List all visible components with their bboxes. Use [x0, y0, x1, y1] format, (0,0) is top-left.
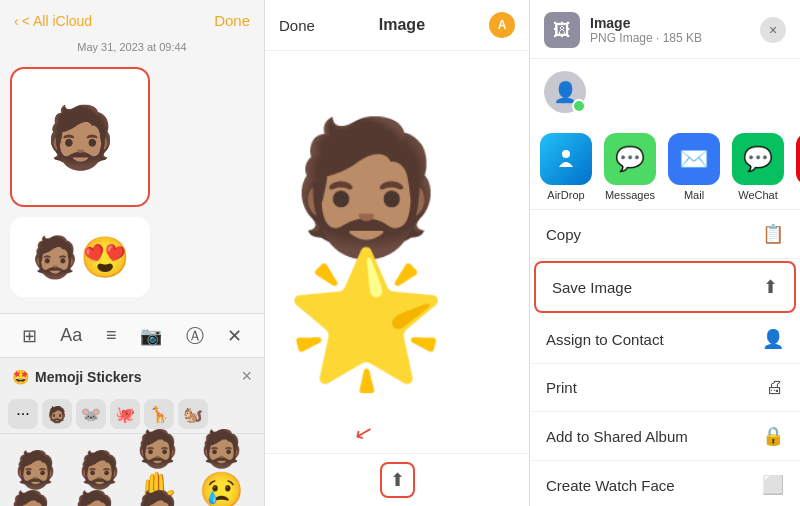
panel-share-sheet: 🖼 Image PNG Image · 185 KB × 👤 AirDrop 💬 [530, 0, 800, 506]
contact-online-badge [572, 99, 586, 113]
circle-a-button[interactable]: A [489, 12, 515, 38]
timestamp: May 31, 2023 at 09:44 [0, 41, 264, 53]
action-assign-contact[interactable]: Assign to Contact 👤 [530, 315, 800, 364]
image-container: 🧔🏽🌟 [265, 51, 529, 453]
wechat-label: WeChat [738, 189, 778, 201]
share-actions-list: Copy 📋 Save Image ⬆ Assign to Contact 👤 … [530, 210, 800, 506]
share-apps-row: AirDrop 💬 Messages ✉️ Mail 💬 WeChat N Ne… [530, 125, 800, 210]
sticker-title: 🤩 Memoji Stickers [12, 369, 142, 385]
sticker-tab-mouse[interactable]: 🐭 [76, 399, 106, 429]
sticker-tab-octopus[interactable]: 🐙 [110, 399, 140, 429]
action-print[interactable]: Print 🖨 [530, 364, 800, 412]
airdrop-icon [540, 133, 592, 185]
share-app-wechat[interactable]: 💬 WeChat [732, 133, 784, 201]
file-name: Image [590, 15, 702, 31]
message-bubble-selected[interactable]: 🧔🏽 [10, 67, 150, 207]
messages-label: Messages [605, 189, 655, 201]
message-toolbar: ⊞ Aa ≡ 📷 Ⓐ ✕ [0, 313, 264, 357]
file-info: 🖼 Image PNG Image · 185 KB [544, 12, 702, 48]
sticker-tab-face[interactable]: 🧔🏽 [42, 399, 72, 429]
share-header: 🖼 Image PNG Image · 185 KB × [530, 0, 800, 59]
svg-point-0 [562, 150, 570, 158]
watch-face-icon: ⬜ [762, 474, 784, 496]
print-label: Print [546, 379, 577, 396]
emoji-sticker-1: 🧔🏽 [12, 69, 148, 205]
sticker-emoji-icon: 🤩 [12, 369, 29, 385]
grid-icon[interactable]: ⊞ [22, 325, 37, 347]
messages-icon: 💬 [604, 133, 656, 185]
image-title: Image [379, 16, 425, 34]
close-toolbar-icon[interactable]: ✕ [227, 325, 242, 347]
action-shared-album[interactable]: Add to Shared Album 🔒 [530, 412, 800, 461]
text-icon[interactable]: Aa [60, 325, 82, 346]
print-icon: 🖨 [766, 377, 784, 398]
sticker-header: 🤩 Memoji Stickers × [0, 358, 264, 395]
contact-avatar: 👤 [544, 71, 586, 113]
sticker-item-4[interactable]: 🧔🏽😢 [199, 442, 254, 497]
action-save-image[interactable]: Save Image ⬆ [534, 261, 796, 313]
sticker-panel: 🤩 Memoji Stickers × ··· 🧔🏽 🐭 🐙 🦒 🐿️ 🧔🏽 🧔… [0, 357, 264, 506]
assign-contact-label: Assign to Contact [546, 331, 664, 348]
file-icon: 🖼 [544, 12, 580, 48]
message-bubble-2[interactable]: 🧔🏽😍 [10, 217, 150, 297]
panel-image-viewer: Done Image A 🧔🏽🌟 ↙ ⬆ [265, 0, 530, 506]
sticker-grid: 🧔🏽 🧔🏽 🧔🏽✋ 🧔🏽😢 🧔🏽😍 🧔🏽🤩 🧔🏽👩‍🍳 [0, 434, 264, 506]
done-button-1[interactable]: Done [214, 12, 250, 29]
panel-2-header: Done Image A [265, 0, 529, 51]
file-type: PNG Image · 185 KB [590, 31, 702, 45]
save-image-label: Save Image [552, 279, 632, 296]
main-emoji-image: 🧔🏽🌟 [285, 122, 509, 382]
close-share-button[interactable]: × [760, 17, 786, 43]
share-app-mail[interactable]: ✉️ Mail [668, 133, 720, 201]
share-button[interactable]: ⬆ [380, 462, 415, 498]
sticker-tab-giraffe[interactable]: 🦒 [144, 399, 174, 429]
close-sticker-button[interactable]: × [241, 366, 252, 387]
chevron-left-icon: ‹ [14, 13, 19, 29]
shared-album-icon: 🔒 [762, 425, 784, 447]
back-button[interactable]: ‹ < All iCloud [14, 13, 92, 29]
panel-messages: ‹ < All iCloud Done May 31, 2023 at 09:4… [0, 0, 265, 506]
action-copy[interactable]: Copy 📋 [530, 210, 800, 259]
mail-label: Mail [684, 189, 704, 201]
emoji-sticker-2: 🧔🏽😍 [10, 217, 150, 297]
panel-1-header: ‹ < All iCloud Done [0, 0, 264, 35]
copy-label: Copy [546, 226, 581, 243]
sticker-tab-squirrel[interactable]: 🐿️ [178, 399, 208, 429]
message-area: 🧔🏽 🧔🏽😍 [0, 59, 264, 313]
share-contact-row: 👤 [530, 59, 800, 125]
airdrop-label: AirDrop [547, 189, 584, 201]
sticker-tab-more[interactable]: ··· [8, 399, 38, 429]
assign-contact-icon: 👤 [762, 328, 784, 350]
action-watch-face[interactable]: Create Watch Face ⬜ [530, 461, 800, 506]
camera-icon[interactable]: 📷 [140, 325, 162, 347]
copy-icon: 📋 [762, 223, 784, 245]
circle-a-icon[interactable]: Ⓐ [186, 324, 204, 348]
back-label[interactable]: < All iCloud [22, 13, 92, 29]
wechat-icon: 💬 [732, 133, 784, 185]
share-icon: ⬆ [390, 470, 405, 490]
file-details: Image PNG Image · 185 KB [590, 15, 702, 45]
share-app-airdrop[interactable]: AirDrop [540, 133, 592, 201]
save-image-icon: ⬆ [763, 276, 778, 298]
done-button-2[interactable]: Done [279, 17, 315, 34]
mail-icon: ✉️ [668, 133, 720, 185]
netflix-icon: N [796, 133, 800, 185]
share-app-netflix[interactable]: N Netfl... [796, 133, 800, 201]
watch-face-label: Create Watch Face [546, 477, 675, 494]
sticker-title-label: Memoji Stickers [35, 369, 142, 385]
shared-album-label: Add to Shared Album [546, 428, 688, 445]
share-app-messages[interactable]: 💬 Messages [604, 133, 656, 201]
bullets-icon[interactable]: ≡ [106, 325, 117, 346]
